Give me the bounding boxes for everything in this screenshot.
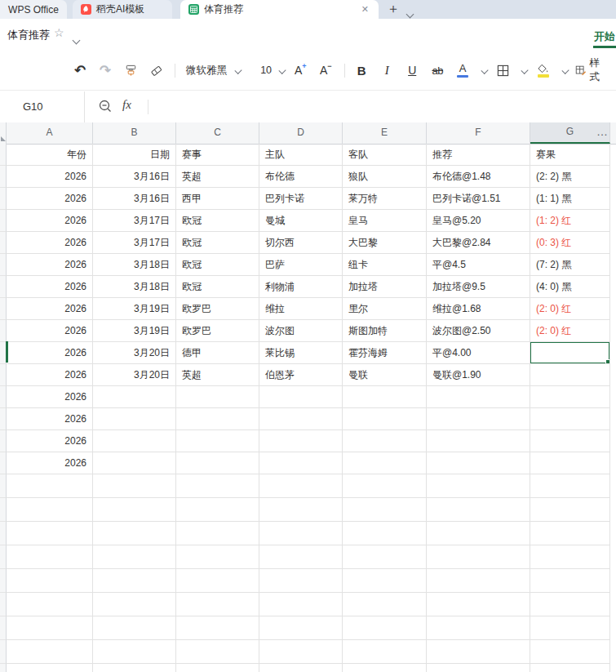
cell[interactable]: 2026: [7, 452, 93, 474]
cell[interactable]: [7, 545, 93, 569]
row-header[interactable]: [0, 569, 7, 593]
undo-button[interactable]: ↶: [72, 58, 88, 82]
row-header[interactable]: [0, 616, 7, 640]
tab-sports-recommend[interactable]: 体育推荐 ✕: [180, 0, 379, 19]
cell[interactable]: [343, 452, 427, 474]
cell[interactable]: (2: 0) 红: [530, 320, 610, 342]
cell[interactable]: [427, 616, 530, 640]
title-chevron-down-icon[interactable]: [73, 32, 79, 47]
cell[interactable]: [343, 640, 427, 664]
cell[interactable]: [176, 474, 259, 498]
cell[interactable]: [530, 664, 610, 672]
cell[interactable]: [7, 640, 93, 664]
cell[interactable]: [259, 430, 343, 452]
cell[interactable]: [530, 569, 610, 593]
chevron-down-icon[interactable]: [481, 66, 489, 73]
row-header[interactable]: [0, 320, 7, 342]
cell[interactable]: [259, 616, 343, 640]
cell[interactable]: 2026: [7, 210, 93, 232]
search-icon[interactable]: [98, 99, 113, 117]
row-header[interactable]: [0, 364, 7, 386]
cell[interactable]: 平@4.00: [427, 342, 530, 364]
row-header[interactable]: [0, 386, 7, 408]
tab-wps-office[interactable]: WPS Office: [0, 0, 67, 19]
row-header[interactable]: [0, 593, 7, 616]
cell[interactable]: 欧罗巴: [176, 320, 259, 342]
cell[interactable]: 欧罗巴: [176, 298, 259, 320]
cell[interactable]: 3月18日: [93, 276, 176, 298]
cell[interactable]: 3月17日: [93, 232, 176, 254]
cell[interactable]: [7, 522, 93, 545]
row-header[interactable]: [0, 408, 7, 430]
cell[interactable]: 3月19日: [93, 298, 176, 320]
cell[interactable]: 莱比锡: [259, 342, 343, 364]
cell[interactable]: 波尔图@2.50: [427, 320, 530, 342]
cell[interactable]: [530, 474, 610, 498]
cell[interactable]: [427, 593, 530, 616]
row-header[interactable]: [0, 522, 7, 545]
cell[interactable]: [427, 386, 530, 408]
cell[interactable]: [176, 522, 259, 545]
cell[interactable]: 欧冠: [176, 254, 259, 276]
cell[interactable]: 欧冠: [176, 276, 259, 298]
clear-format-button[interactable]: [148, 58, 164, 82]
cell[interactable]: 2026: [7, 320, 93, 342]
cell[interactable]: [343, 593, 427, 616]
cell[interactable]: [176, 430, 259, 452]
cell[interactable]: [176, 498, 259, 522]
cell[interactable]: [259, 522, 343, 545]
row-header[interactable]: [0, 452, 7, 474]
cell[interactable]: 2026: [7, 342, 93, 364]
row-header[interactable]: [0, 298, 7, 320]
cell[interactable]: (1: 2) 红: [530, 210, 610, 232]
cell[interactable]: [93, 545, 176, 569]
cell[interactable]: 西甲: [176, 188, 259, 210]
cell[interactable]: [343, 522, 427, 545]
cell[interactable]: [343, 430, 427, 452]
column-header-d[interactable]: D: [259, 122, 343, 144]
cell[interactable]: [427, 452, 530, 474]
cell[interactable]: [259, 664, 343, 672]
row-header[interactable]: [0, 545, 7, 569]
cell[interactable]: [427, 408, 530, 430]
cell[interactable]: 霍芬海姆: [343, 342, 427, 364]
cell[interactable]: [427, 664, 530, 672]
cell[interactable]: 布伦德@1.48: [427, 166, 530, 188]
cell[interactable]: [427, 640, 530, 664]
cell[interactable]: 巴列卡诺@1.51: [427, 188, 530, 210]
cell[interactable]: [259, 474, 343, 498]
cell[interactable]: (0: 3) 红: [530, 232, 610, 254]
cell[interactable]: [530, 386, 610, 408]
strikethrough-button[interactable]: ab: [429, 58, 445, 82]
column-header-e[interactable]: E: [343, 122, 427, 144]
cell[interactable]: 3月16日: [93, 166, 176, 188]
cell[interactable]: 3月20日: [93, 342, 176, 364]
cell[interactable]: 欧冠: [176, 232, 259, 254]
column-header-c[interactable]: C: [176, 122, 259, 144]
cell[interactable]: [93, 640, 176, 664]
cell[interactable]: [176, 640, 259, 664]
cell[interactable]: [7, 569, 93, 593]
cell[interactable]: [93, 522, 176, 545]
cell[interactable]: 2026: [7, 386, 93, 408]
cell[interactable]: [176, 569, 259, 593]
cell[interactable]: 主队: [259, 144, 343, 166]
chevron-down-icon[interactable]: [521, 66, 529, 73]
cell[interactable]: [343, 616, 427, 640]
cell[interactable]: [93, 474, 176, 498]
cell[interactable]: 推荐: [427, 144, 530, 166]
cell[interactable]: 日期: [93, 144, 176, 166]
cell[interactable]: [259, 593, 343, 616]
row-header[interactable]: [0, 166, 7, 188]
row-header[interactable]: [0, 430, 7, 452]
font-size-select[interactable]: 10: [258, 58, 274, 82]
cell[interactable]: 切尔西: [259, 232, 343, 254]
cell[interactable]: 巴列卡诺: [259, 188, 343, 210]
cell[interactable]: [343, 474, 427, 498]
cell[interactable]: [93, 569, 176, 593]
cell[interactable]: 客队: [343, 144, 427, 166]
cell[interactable]: 年份: [7, 144, 93, 166]
cell[interactable]: [176, 408, 259, 430]
cell[interactable]: [176, 616, 259, 640]
row-header[interactable]: [0, 254, 7, 276]
